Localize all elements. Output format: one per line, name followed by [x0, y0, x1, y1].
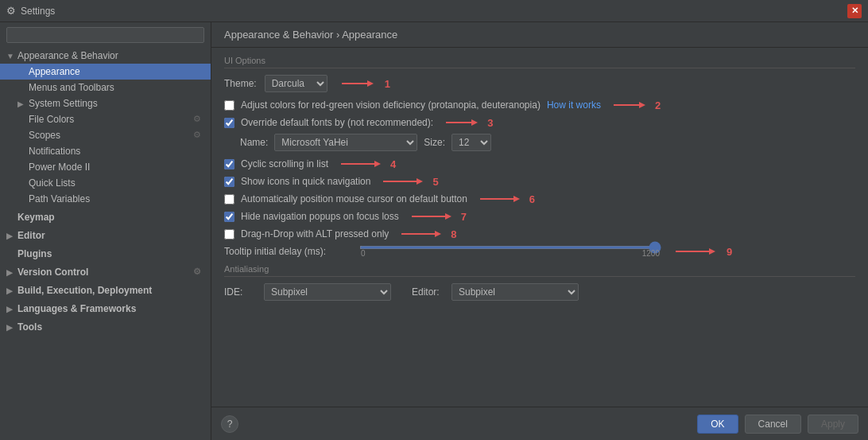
content-body: UI Options Theme: Darcula IntelliJ Windo… [211, 48, 868, 407]
sidebar-item-notifications[interactable]: Notifications [0, 143, 211, 159]
expand-arrow-icon: ▶ [6, 305, 17, 313]
svg-marker-7 [374, 161, 381, 167]
annotation-4: 4 [390, 158, 396, 170]
show-icons-row: Show icons in quick navigation 5 [224, 175, 855, 188]
adjust-colors-label[interactable]: Adjust colors for red-green vision defic… [241, 99, 541, 111]
theme-select[interactable]: Darcula IntelliJ Windows [265, 75, 327, 92]
hide-nav-row: Hide navigation popups on focus loss 7 [224, 210, 855, 223]
sidebar: ▼ Appearance & Behavior Appearance Menus… [0, 22, 211, 440]
svg-marker-13 [445, 213, 451, 220]
svg-marker-3 [639, 102, 645, 108]
sidebar-item-languages[interactable]: ▶ Languages & Frameworks [0, 298, 211, 317]
sidebar-label-scopes: Scopes [29, 130, 60, 141]
sidebar-item-scopes[interactable]: Scopes ⚙ [0, 127, 211, 143]
expand-arrow-icon: ▶ [6, 232, 17, 240]
sidebar-item-power-mode[interactable]: Power Mode II [0, 159, 211, 175]
window-title: Settings [21, 6, 843, 17]
editor-aa-select[interactable]: Subpixel Greyscale LCD [451, 283, 579, 301]
font-name-select[interactable]: Microsoft YaHei [274, 134, 417, 151]
theme-row: Theme: Darcula IntelliJ Windows 1 [224, 75, 855, 92]
sidebar-label-keymap: Keymap [17, 212, 55, 223]
ide-aa-label: IDE: [224, 286, 256, 298]
sidebar-item-appearance-behavior[interactable]: ▼ Appearance & Behavior [0, 48, 211, 64]
sidebar-item-appearance[interactable]: Appearance [0, 64, 211, 80]
slider-min: 0 [361, 249, 366, 258]
sidebar-item-version-control[interactable]: ▶ Version Control ⚙ [0, 262, 211, 280]
arrow-svg-7 [412, 210, 451, 223]
expand-arrow-icon: ▶ [17, 99, 29, 108]
arrow-svg-9 [676, 245, 715, 258]
drag-drop-label[interactable]: Drag-n-Drop with ALT pressed only [241, 228, 389, 239]
show-icons-checkbox[interactable] [224, 177, 234, 187]
override-fonts-row: Override default fonts by (not recommend… [224, 116, 855, 129]
cyclic-scrolling-checkbox[interactable] [224, 159, 234, 169]
sidebar-label-appearance-behavior: Appearance & Behavior [17, 50, 118, 61]
drag-drop-row: Drag-n-Drop with ALT pressed only 8 [224, 228, 855, 240]
sidebar-label-version-control: Version Control [17, 267, 88, 278]
antialiasing-section-label: Antialiasing [224, 264, 855, 277]
ui-options-section-label: UI Options [224, 56, 855, 68]
name-size-row: Name: Microsoft YaHei Size: 12 10 11 13 … [224, 134, 855, 151]
svg-marker-15 [435, 231, 441, 237]
adjust-colors-checkbox[interactable] [224, 100, 234, 111]
auto-position-checkbox[interactable] [224, 194, 234, 204]
sidebar-item-path-variables[interactable]: Path Variables [0, 191, 211, 207]
close-button[interactable]: ✕ [847, 4, 862, 18]
apply-button[interactable]: Apply [808, 415, 858, 434]
annotation-5: 5 [432, 176, 438, 188]
sidebar-item-menus-toolbars[interactable]: Menus and Toolbars [0, 80, 211, 95]
auto-position-label[interactable]: Automatically position mouse cursor on d… [241, 193, 467, 204]
sidebar-label-notifications: Notifications [29, 146, 80, 157]
hide-nav-checkbox[interactable] [224, 212, 234, 222]
sidebar-item-file-colors[interactable]: File Colors ⚙ [0, 111, 211, 127]
hide-nav-label[interactable]: Hide navigation popups on focus loss [241, 211, 399, 222]
sidebar-item-plugins[interactable]: Plugins [0, 243, 211, 262]
titlebar: ⚙ Settings ✕ [0, 0, 868, 22]
svg-marker-11 [513, 196, 520, 202]
sidebar-item-tools[interactable]: ▶ Tools [0, 317, 211, 335]
sidebar-tree: ▼ Appearance & Behavior Appearance Menus… [0, 48, 211, 440]
help-button[interactable]: ? [221, 415, 238, 433]
cyclic-scrolling-label[interactable]: Cyclic scrolling in list [241, 158, 328, 169]
ok-button[interactable]: OK [697, 415, 738, 434]
sidebar-label-power-mode: Power Mode II [29, 162, 90, 173]
annotation-8: 8 [451, 228, 456, 240]
annotation-arrow-2 [614, 99, 645, 111]
font-size-select[interactable]: 12 10 11 13 14 [451, 134, 491, 151]
footer: ? OK Cancel Apply [211, 407, 868, 440]
sidebar-label-path-variables: Path Variables [29, 193, 90, 204]
sidebar-label-plugins: Plugins [17, 248, 52, 259]
drag-drop-checkbox[interactable] [224, 229, 234, 239]
cancel-button[interactable]: Cancel [745, 415, 801, 434]
arrow-svg-8 [401, 228, 441, 240]
auto-position-row: Automatically position mouse cursor on d… [224, 193, 855, 205]
svg-marker-17 [709, 248, 715, 255]
theme-label: Theme: [224, 78, 257, 89]
expand-arrow-icon: ▶ [6, 268, 17, 277]
ide-aa-select[interactable]: Subpixel Greyscale LCD [264, 283, 391, 301]
annotation-arrow-9 [676, 245, 715, 258]
annotation-arrow-3 [446, 116, 478, 129]
search-input[interactable] [6, 27, 204, 43]
breadcrumb: Appearance & Behavior › Appearance [211, 22, 868, 48]
override-fonts-checkbox[interactable] [224, 118, 234, 128]
annotation-arrow-6 [480, 193, 520, 205]
override-fonts-label[interactable]: Override default fonts by (not recommend… [241, 117, 433, 128]
annotation-arrow-5 [383, 175, 423, 188]
sidebar-item-editor[interactable]: ▶ Editor [0, 225, 211, 243]
how-it-works-link[interactable]: How it works [547, 99, 601, 111]
sidebar-item-system-settings[interactable]: ▶ System Settings [0, 95, 211, 111]
expand-arrow-icon: ▶ [6, 323, 17, 332]
sidebar-item-quick-lists[interactable]: Quick Lists [0, 175, 211, 191]
svg-marker-5 [471, 119, 478, 126]
size-label: Size: [424, 137, 445, 148]
arrow-svg-4 [341, 158, 381, 170]
annotation-9: 9 [727, 246, 732, 258]
annotation-arrow-7 [412, 210, 451, 223]
settings-icon: ⚙ [6, 5, 16, 17]
sidebar-item-build-execution[interactable]: ▶ Build, Execution, Deployment [0, 280, 211, 298]
show-icons-label[interactable]: Show icons in quick navigation [241, 176, 370, 187]
sidebar-label-file-colors: File Colors [29, 114, 74, 125]
content-area: Appearance & Behavior › Appearance UI Op… [211, 22, 868, 440]
sidebar-item-keymap[interactable]: Keymap [0, 207, 211, 225]
